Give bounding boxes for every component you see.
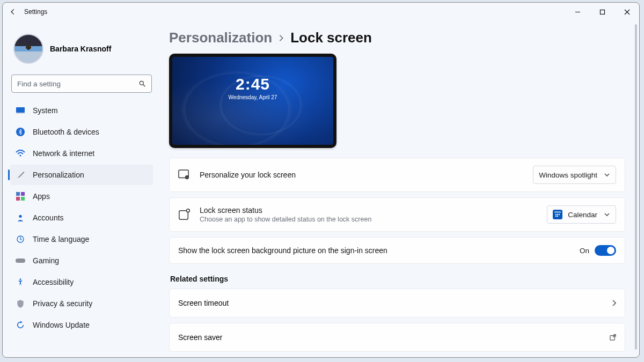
link-label: Screen timeout: [178, 299, 229, 307]
accessibility-icon: [16, 277, 25, 287]
svg-rect-23: [554, 211, 561, 213]
sidebar-item-label: Apps: [33, 192, 50, 201]
chevron-down-icon: [604, 211, 610, 218]
window-title: Settings: [24, 8, 47, 16]
svg-rect-13: [21, 197, 25, 201]
card-signin-background-toggle: Show the lock screen background picture …: [169, 237, 625, 264]
calendar-icon: [553, 210, 562, 219]
svg-rect-7: [16, 113, 25, 114]
breadcrumb: Personalization Lock screen: [169, 29, 625, 46]
paintbrush-icon: [16, 170, 25, 180]
link-screen-timeout[interactable]: Screen timeout: [169, 289, 625, 317]
main-content: Personalization Lock screen 2:45 Wednesd…: [158, 21, 639, 357]
search-placeholder: Find a setting: [17, 80, 61, 88]
sidebar-item-label: Privacy & security: [33, 299, 92, 308]
related-settings-heading: Related settings: [170, 275, 625, 283]
chevron-right-icon: [612, 300, 616, 306]
preview-date: Wednesday, April 27: [172, 94, 333, 100]
sidebar-item-privacy[interactable]: Privacy & security: [10, 293, 153, 314]
monitor-icon: [16, 106, 25, 115]
page-title: Lock screen: [290, 29, 372, 46]
sidebar-item-time-language[interactable]: Time & language: [10, 229, 153, 249]
svg-point-9: [19, 154, 21, 156]
profile[interactable]: Barbara Krasnoff: [10, 27, 153, 71]
sidebar-item-label: Accessibility: [33, 278, 74, 286]
svg-rect-25: [557, 214, 558, 215]
sidebar-item-personalization[interactable]: Personalization: [10, 165, 153, 185]
select-value: Calendar: [568, 211, 597, 219]
profile-name: Barbara Krasnoff: [50, 45, 111, 53]
window-controls: [565, 3, 639, 21]
minimize-button[interactable]: [565, 3, 590, 21]
clock-globe-icon: [16, 234, 25, 244]
settings-window: Settings Barbara Krasnoff Find a setting: [2, 2, 640, 358]
svg-rect-10: [16, 192, 20, 196]
svg-rect-26: [559, 214, 560, 215]
sidebar-item-gaming[interactable]: Gaming: [10, 250, 153, 271]
sidebar-item-network[interactable]: Network & internet: [10, 143, 153, 164]
sidebar: Barbara Krasnoff Find a setting System B…: [3, 21, 158, 357]
svg-point-14: [19, 215, 21, 218]
svg-point-22: [186, 209, 189, 212]
sidebar-item-label: Accounts: [33, 213, 64, 222]
sidebar-item-label: Bluetooth & devices: [33, 128, 99, 136]
lock-screen-preview[interactable]: 2:45 Wednesday, April 27: [169, 54, 336, 148]
sidebar-item-windows-update[interactable]: Windows Update: [10, 315, 153, 335]
link-screen-saver[interactable]: Screen saver: [169, 323, 625, 352]
maximize-button[interactable]: [590, 3, 614, 21]
svg-rect-28: [557, 216, 558, 217]
svg-rect-16: [16, 258, 25, 263]
card-subtitle: Choose an app to show detailed status on…: [200, 216, 537, 223]
sidebar-item-label: Gaming: [33, 256, 59, 265]
sidebar-item-label: Windows Update: [33, 321, 90, 329]
personalize-select[interactable]: Windows spotlight: [533, 166, 616, 184]
sidebar-item-label: Network & internet: [33, 149, 94, 158]
update-icon: [16, 320, 25, 330]
sidebar-item-label: System: [33, 106, 58, 115]
picture-lock-icon: [178, 169, 190, 181]
sidebar-nav: System Bluetooth & devices Network & int…: [10, 100, 153, 335]
svg-rect-27: [555, 216, 557, 217]
search-input[interactable]: Find a setting: [11, 75, 152, 93]
status-app-select[interactable]: Calendar: [547, 205, 616, 224]
close-button[interactable]: [614, 3, 639, 21]
sidebar-item-system[interactable]: System: [10, 100, 153, 121]
sidebar-item-bluetooth[interactable]: Bluetooth & devices: [10, 122, 153, 142]
link-label: Screen saver: [178, 333, 222, 342]
person-icon: [16, 213, 25, 223]
sidebar-item-accounts[interactable]: Accounts: [10, 208, 153, 228]
svg-point-17: [20, 278, 21, 280]
chevron-right-icon: [279, 34, 284, 42]
card-title: Personalize your lock screen: [200, 171, 523, 179]
shield-icon: [16, 299, 25, 308]
svg-rect-12: [16, 197, 20, 201]
card-lock-screen-status[interactable]: Lock screen status Choose an app to show…: [169, 197, 625, 232]
app-badge-icon: [178, 209, 190, 220]
select-value: Windows spotlight: [539, 171, 597, 179]
sidebar-item-accessibility[interactable]: Accessibility: [10, 272, 153, 292]
svg-line-5: [143, 85, 145, 87]
svg-point-4: [140, 81, 143, 85]
svg-rect-24: [555, 214, 557, 215]
svg-rect-1: [600, 10, 604, 14]
svg-rect-6: [16, 107, 25, 113]
signin-background-toggle[interactable]: [595, 245, 616, 256]
back-icon[interactable]: [9, 8, 17, 16]
wifi-icon: [16, 149, 25, 158]
card-title: Lock screen status: [200, 206, 537, 215]
card-personalize-lock-screen[interactable]: Personalize your lock screen Windows spo…: [169, 158, 625, 192]
sidebar-item-apps[interactable]: Apps: [10, 186, 153, 206]
open-external-icon: [610, 334, 616, 341]
sidebar-item-label: Time & language: [33, 235, 89, 243]
card-title: Show the lock screen background picture …: [178, 246, 570, 255]
preview-time: 2:45: [172, 75, 333, 93]
search-icon: [138, 80, 146, 87]
toggle-label: On: [580, 247, 589, 255]
scrollbar[interactable]: [635, 24, 637, 350]
svg-rect-11: [21, 192, 25, 196]
bluetooth-icon: [16, 127, 25, 137]
gamepad-icon: [16, 256, 25, 265]
breadcrumb-parent[interactable]: Personalization: [169, 29, 272, 46]
titlebar: Settings: [3, 3, 639, 21]
apps-icon: [16, 191, 25, 201]
